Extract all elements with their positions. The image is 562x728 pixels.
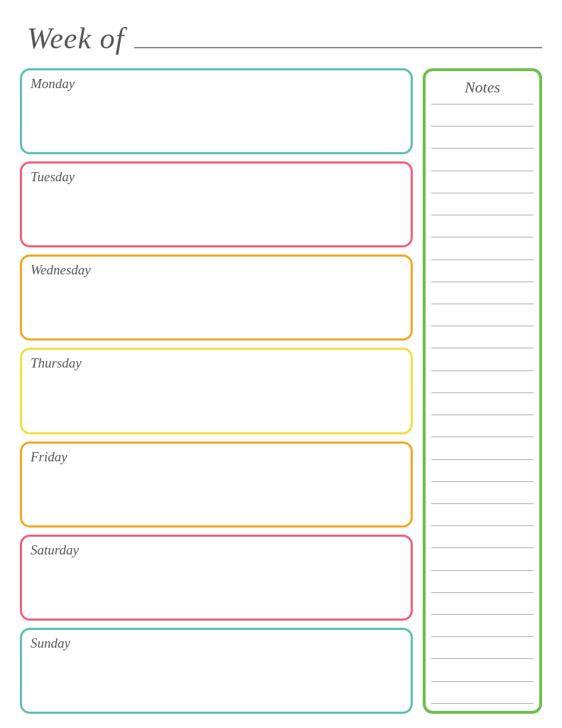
day-box-friday[interactable]: Friday bbox=[20, 441, 413, 528]
notes-line bbox=[431, 703, 534, 704]
notes-line bbox=[431, 104, 534, 105]
day-box-sunday[interactable]: Sunday bbox=[20, 628, 413, 714]
notes-line bbox=[431, 392, 534, 393]
notes-line bbox=[431, 547, 534, 548]
notes-line bbox=[431, 304, 534, 304]
day-box-thursday[interactable]: Thursday bbox=[20, 348, 413, 434]
day-label-saturday: Saturday bbox=[31, 542, 402, 558]
notes-line bbox=[431, 614, 534, 615]
week-of-underline bbox=[134, 47, 542, 48]
weekly-planner-page: Week of MondayTuesdayWednesdayThursdayFr… bbox=[0, 0, 562, 728]
notes-line bbox=[431, 126, 534, 127]
notes-line bbox=[431, 658, 534, 659]
notes-line bbox=[431, 326, 534, 326]
notes-title: Notes bbox=[431, 78, 534, 97]
notes-line bbox=[431, 481, 534, 482]
days-column: MondayTuesdayWednesdayThursdayFridaySatu… bbox=[20, 68, 413, 714]
day-label-tuesday: Tuesday bbox=[31, 169, 402, 185]
notes-line bbox=[431, 681, 534, 682]
day-label-friday: Friday bbox=[31, 449, 402, 465]
day-label-wednesday: Wednesday bbox=[31, 262, 402, 278]
day-box-wednesday[interactable]: Wednesday bbox=[20, 255, 413, 341]
notes-line bbox=[431, 437, 534, 437]
notes-line bbox=[431, 259, 534, 260]
notes-line bbox=[431, 215, 534, 215]
day-box-saturday[interactable]: Saturday bbox=[20, 535, 413, 621]
day-label-monday: Monday bbox=[31, 76, 402, 92]
notes-line bbox=[431, 193, 534, 193]
week-of-label: Week of bbox=[27, 21, 124, 55]
notes-lines bbox=[431, 104, 534, 704]
notes-line bbox=[431, 370, 534, 371]
main-content: MondayTuesdayWednesdayThursdayFridaySatu… bbox=[20, 68, 542, 714]
notes-line bbox=[431, 570, 534, 571]
notes-line bbox=[431, 348, 534, 348]
notes-line bbox=[431, 503, 534, 504]
header: Week of bbox=[20, 21, 542, 55]
day-label-sunday: Sunday bbox=[31, 636, 402, 651]
day-box-monday[interactable]: Monday bbox=[20, 68, 413, 154]
day-box-tuesday[interactable]: Tuesday bbox=[20, 161, 413, 247]
notes-line bbox=[431, 148, 534, 149]
notes-line bbox=[431, 414, 534, 415]
notes-line bbox=[431, 171, 534, 171]
notes-line bbox=[431, 525, 534, 526]
notes-line bbox=[431, 459, 534, 460]
notes-line bbox=[431, 592, 534, 593]
notes-line bbox=[431, 282, 534, 282]
day-label-thursday: Thursday bbox=[31, 355, 402, 371]
notes-column[interactable]: Notes bbox=[423, 68, 542, 714]
notes-line bbox=[431, 636, 534, 637]
notes-line bbox=[431, 237, 534, 237]
